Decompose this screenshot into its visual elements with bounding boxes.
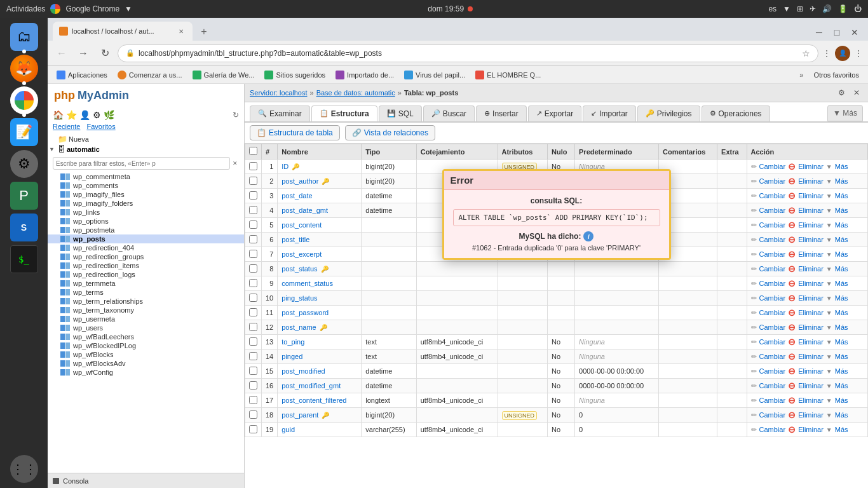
window-minimize-button[interactable]: ─ xyxy=(811,24,827,41)
row-checkbox[interactable] xyxy=(249,381,257,390)
row-checkbox[interactable] xyxy=(249,250,257,258)
action-cambiar[interactable]: Cambiar xyxy=(759,265,786,273)
tab-importar[interactable]: ↙ Importar xyxy=(583,105,636,121)
action-mas[interactable]: Más xyxy=(835,411,848,419)
tree-table-wp_posts[interactable]: wp_posts xyxy=(48,234,244,243)
tab-privilegios[interactable]: 🔑 Privilegios xyxy=(637,105,700,121)
row-checkbox[interactable] xyxy=(249,396,257,404)
action-mas[interactable]: Más xyxy=(835,280,848,287)
row-checkbox[interactable] xyxy=(249,206,257,214)
bookmark-apps[interactable]: Aplicaciones xyxy=(53,69,111,81)
column-name-link[interactable]: comment_status xyxy=(281,280,333,287)
action-eliminar[interactable]: Eliminar xyxy=(798,396,824,404)
window-close-button[interactable]: ✕ xyxy=(846,24,863,41)
row-checkbox[interactable] xyxy=(249,220,257,229)
forward-button[interactable]: → xyxy=(74,44,92,62)
row-checkbox[interactable] xyxy=(249,279,257,287)
bookmark-mozilla[interactable]: Comenzar a us... xyxy=(114,69,186,81)
action-eliminar[interactable]: Eliminar xyxy=(798,426,824,433)
action-mas[interactable]: Más xyxy=(835,207,848,214)
column-name-link[interactable]: post_parent xyxy=(281,411,318,419)
column-name-link[interactable]: post_status xyxy=(281,265,317,273)
tree-table-wp_links[interactable]: wp_links xyxy=(48,208,244,217)
action-cambiar[interactable]: Cambiar xyxy=(759,367,786,375)
action-eliminar[interactable]: Eliminar xyxy=(798,294,824,302)
column-name-link[interactable]: guid xyxy=(281,426,295,433)
column-name-link[interactable]: post_author xyxy=(281,177,318,185)
column-name-link[interactable]: post_date xyxy=(281,192,312,200)
bookmark-hombre[interactable]: EL HOMBRE Q... xyxy=(471,69,545,81)
dock-files-icon[interactable]: 🗂 xyxy=(10,23,38,51)
action-mas[interactable]: Más xyxy=(835,396,848,404)
dock-firefox-icon[interactable]: 🦊 xyxy=(10,55,38,83)
tree-item-nueva[interactable]: 📁 Nueva xyxy=(48,134,244,144)
action-cambiar[interactable]: Cambiar xyxy=(759,309,786,316)
action-cambiar[interactable]: Cambiar xyxy=(759,207,786,214)
column-name-link[interactable]: post_modified_gmt xyxy=(281,382,341,390)
tree-table-wp_wfBlockedIPLog[interactable]: wp_wfBlockedIPLog xyxy=(48,341,244,350)
tree-table-wp_redirection_404[interactable]: wp_redirection_404 xyxy=(48,243,244,252)
tab-examinar[interactable]: 🔍 Examinar xyxy=(250,105,310,121)
sidebar-home-icon[interactable]: 🏠 xyxy=(53,110,64,120)
action-eliminar[interactable]: Eliminar xyxy=(798,411,824,419)
action-eliminar[interactable]: Eliminar xyxy=(798,353,824,360)
info-icon[interactable]: i xyxy=(583,231,593,241)
action-eliminar[interactable]: Eliminar xyxy=(798,382,824,390)
row-checkbox[interactable] xyxy=(249,294,257,302)
row-checkbox[interactable] xyxy=(249,410,257,419)
action-mas[interactable]: Más xyxy=(835,177,848,185)
action-mas[interactable]: Más xyxy=(835,382,848,390)
column-name-link[interactable]: post_excerpt xyxy=(281,250,322,258)
tree-table-wp_redirection_logs[interactable]: wp_redirection_logs xyxy=(48,270,244,279)
action-eliminar[interactable]: Eliminar xyxy=(798,163,824,170)
address-input[interactable]: 🔒 localhost/phpmyadmin/tbl_structure.php… xyxy=(118,44,818,62)
row-checkbox[interactable] xyxy=(249,264,257,273)
bookmarks-more-button[interactable]: » xyxy=(796,70,807,80)
tree-table-wp_termmeta[interactable]: wp_termmeta xyxy=(48,279,244,288)
tree-table-wp_wfBadLeechers[interactable]: wp_wfBadLeechers xyxy=(48,332,244,341)
action-cambiar[interactable]: Cambiar xyxy=(759,396,786,404)
action-cambiar[interactable]: Cambiar xyxy=(759,323,786,331)
action-cambiar[interactable]: Cambiar xyxy=(759,382,786,390)
tree-table-wp_wfBlocksAdv[interactable]: wp_wfBlocksAdv xyxy=(48,359,244,368)
action-mas[interactable]: Más xyxy=(835,163,848,170)
sidebar-leaf-icon[interactable]: 🌿 xyxy=(104,110,114,120)
favorites-link[interactable]: Favoritos xyxy=(86,123,115,130)
topbar-dropdown-lang[interactable]: ▼ xyxy=(783,4,790,13)
profile-button[interactable]: 👤 xyxy=(835,46,850,61)
dock-scratch-icon[interactable]: S xyxy=(10,214,38,241)
bookmark-gallery[interactable]: Galería de We... xyxy=(189,69,259,81)
topbar-power-icon[interactable]: ⏻ xyxy=(854,4,862,13)
action-eliminar[interactable]: Eliminar xyxy=(798,265,824,273)
bookmark-virus[interactable]: Virus del papil... xyxy=(400,69,469,81)
tree-table-wp_users[interactable]: wp_users xyxy=(48,323,244,332)
tree-table-wp_commentmeta[interactable]: wp_commentmeta xyxy=(48,172,244,181)
action-cambiar[interactable]: Cambiar xyxy=(759,338,786,346)
action-eliminar[interactable]: Eliminar xyxy=(798,192,824,200)
action-eliminar[interactable]: Eliminar xyxy=(798,323,824,331)
tree-table-wp_term_taxonomy[interactable]: wp_term_taxonomy xyxy=(48,306,244,315)
tab-close-button[interactable]: ✕ xyxy=(176,26,186,36)
action-cambiar[interactable]: Cambiar xyxy=(759,236,786,243)
topbar-lang[interactable]: es xyxy=(768,4,776,13)
row-checkbox[interactable] xyxy=(249,352,257,360)
action-mas[interactable]: Más xyxy=(835,265,848,273)
sidebar-settings-icon[interactable]: ⚙ xyxy=(93,110,101,120)
tree-table-wp_wfConfig[interactable]: wp_wfConfig xyxy=(48,368,244,377)
tab-buscar[interactable]: 🔎 Buscar xyxy=(423,105,475,121)
select-all-checkbox[interactable] xyxy=(249,147,257,155)
browser-tab-active[interactable]: localhost / localhost / aut... ✕ xyxy=(53,22,193,41)
dock-apps-grid-icon[interactable]: ⋮⋮ xyxy=(10,455,38,483)
tree-item-automatic[interactable]: ▼ 🗄 automatic xyxy=(48,144,244,154)
subtab-estructura-tabla[interactable]: 📋 Estructura de tabla xyxy=(250,125,340,140)
row-checkbox[interactable] xyxy=(249,177,257,185)
tree-table-wp_postmeta[interactable]: wp_postmeta xyxy=(48,226,244,234)
row-checkbox[interactable] xyxy=(249,425,257,433)
action-eliminar[interactable]: Eliminar xyxy=(798,207,824,214)
breadcrumb-base-datos[interactable]: Base de datos: automatic xyxy=(316,89,395,97)
row-checkbox[interactable] xyxy=(249,191,257,200)
action-mas[interactable]: Más xyxy=(835,353,848,360)
action-eliminar[interactable]: Eliminar xyxy=(798,250,824,258)
tree-table-wp_imagify_folders[interactable]: wp_imagify_folders xyxy=(48,199,244,208)
menu-button[interactable]: ⋮ xyxy=(854,48,863,58)
